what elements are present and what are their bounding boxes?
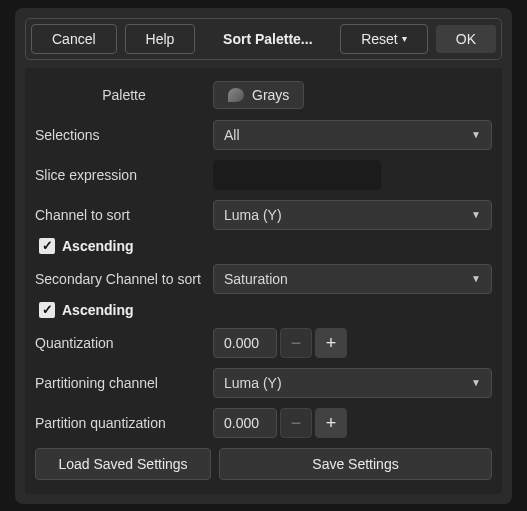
slice-input[interactable] bbox=[213, 160, 381, 190]
ok-button[interactable]: OK bbox=[436, 25, 496, 53]
row-partition-quant: Partition quantization 0.000 − + bbox=[35, 408, 492, 438]
row-partitioning: Partitioning channel Luma (Y) ▼ bbox=[35, 368, 492, 398]
chevron-down-icon: ▼ bbox=[471, 209, 481, 220]
secondary-combo[interactable]: Saturation ▼ bbox=[213, 264, 492, 294]
row-selections: Selections All ▼ bbox=[35, 120, 492, 150]
load-settings-button[interactable]: Load Saved Settings bbox=[35, 448, 211, 480]
label-palette: Palette bbox=[35, 87, 213, 103]
quantization-value[interactable]: 0.000 bbox=[213, 328, 277, 358]
channel-combo[interactable]: Luma (Y) ▼ bbox=[213, 200, 492, 230]
label-channel: Channel to sort bbox=[35, 207, 213, 223]
ascending-secondary-checkbox[interactable]: ✓ bbox=[39, 302, 55, 318]
label-secondary: Secondary Channel to sort bbox=[35, 271, 213, 287]
footer: Load Saved Settings Save Settings bbox=[35, 448, 492, 480]
dialog: Cancel Help Sort Palette... Reset ▾ OK P… bbox=[15, 8, 512, 504]
row-slice: Slice expression bbox=[35, 160, 492, 190]
chevron-down-icon: ▼ bbox=[471, 377, 481, 388]
palette-picker-button[interactable]: Grays bbox=[213, 81, 304, 109]
row-ascending-primary: ✓ Ascending bbox=[35, 238, 492, 254]
chevron-down-icon: ▼ bbox=[471, 273, 481, 284]
palette-icon bbox=[228, 88, 244, 102]
save-settings-button[interactable]: Save Settings bbox=[219, 448, 492, 480]
partition-quant-decrement-button[interactable]: − bbox=[280, 408, 312, 438]
row-secondary: Secondary Channel to sort Saturation ▼ bbox=[35, 264, 492, 294]
channel-value: Luma (Y) bbox=[224, 207, 282, 223]
row-quantization: Quantization 0.000 − + bbox=[35, 328, 492, 358]
quantization-spinner: 0.000 − + bbox=[213, 328, 347, 358]
ascending-primary-label: Ascending bbox=[62, 238, 134, 254]
row-channel: Channel to sort Luma (Y) ▼ bbox=[35, 200, 492, 230]
partitioning-value: Luma (Y) bbox=[224, 375, 282, 391]
partition-quant-increment-button[interactable]: + bbox=[315, 408, 347, 438]
partition-quant-value[interactable]: 0.000 bbox=[213, 408, 277, 438]
row-palette: Palette Grays bbox=[35, 80, 492, 110]
secondary-value: Saturation bbox=[224, 271, 288, 287]
palette-name: Grays bbox=[252, 87, 289, 103]
dialog-header: Cancel Help Sort Palette... Reset ▾ OK bbox=[25, 18, 502, 60]
label-partitioning: Partitioning channel bbox=[35, 375, 213, 391]
ascending-secondary-label: Ascending bbox=[62, 302, 134, 318]
partition-quant-spinner: 0.000 − + bbox=[213, 408, 347, 438]
quantization-increment-button[interactable]: + bbox=[315, 328, 347, 358]
row-ascending-secondary: ✓ Ascending bbox=[35, 302, 492, 318]
ascending-primary-checkbox[interactable]: ✓ bbox=[39, 238, 55, 254]
selections-combo[interactable]: All ▼ bbox=[213, 120, 492, 150]
reset-button[interactable]: Reset ▾ bbox=[340, 24, 428, 54]
dialog-body: Palette Grays Selections All ▼ Slice exp… bbox=[25, 68, 502, 494]
label-selections: Selections bbox=[35, 127, 213, 143]
chevron-down-icon: ▾ bbox=[402, 33, 407, 44]
label-quantization: Quantization bbox=[35, 335, 213, 351]
dialog-title: Sort Palette... bbox=[203, 31, 332, 47]
label-partition-quant: Partition quantization bbox=[35, 415, 213, 431]
cancel-button[interactable]: Cancel bbox=[31, 24, 117, 54]
selections-value: All bbox=[224, 127, 240, 143]
label-slice: Slice expression bbox=[35, 167, 213, 183]
partitioning-combo[interactable]: Luma (Y) ▼ bbox=[213, 368, 492, 398]
help-button[interactable]: Help bbox=[125, 24, 196, 54]
chevron-down-icon: ▼ bbox=[471, 129, 481, 140]
quantization-decrement-button[interactable]: − bbox=[280, 328, 312, 358]
reset-label: Reset bbox=[361, 31, 398, 47]
